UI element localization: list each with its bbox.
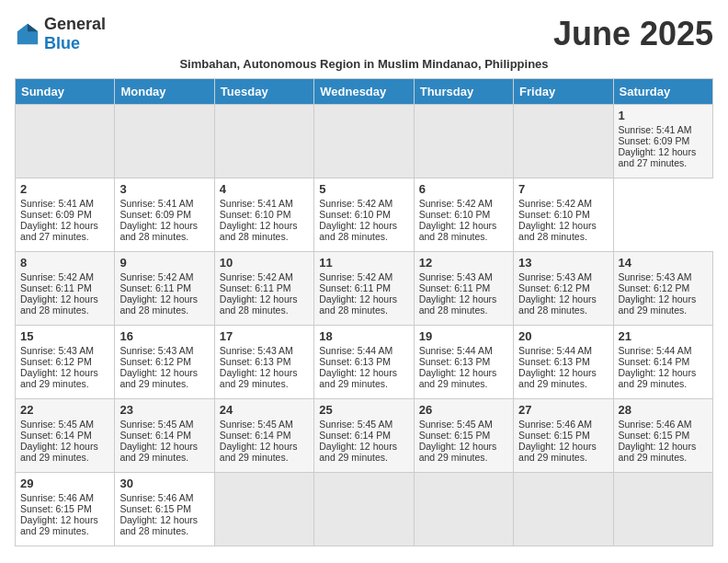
day-header-friday: Friday <box>514 79 613 105</box>
day-header-thursday: Thursday <box>414 79 513 105</box>
calendar-row: 15Sunrise: 5:43 AMSunset: 6:12 PMDayligh… <box>16 326 713 399</box>
calendar-cell: 23Sunrise: 5:45 AMSunset: 6:14 PMDayligh… <box>115 399 214 473</box>
day-number: 2 <box>20 182 109 196</box>
day-number: 18 <box>319 329 408 343</box>
calendar-cell: 14Sunrise: 5:43 AMSunset: 6:12 PMDayligh… <box>613 252 712 326</box>
calendar-cell <box>214 473 313 546</box>
day-number: 16 <box>119 329 209 343</box>
day-number: 9 <box>119 256 209 270</box>
day-number: 30 <box>119 477 209 490</box>
day-number: 26 <box>419 403 508 417</box>
logo-blue: Blue <box>44 34 80 52</box>
calendar-header: SundayMondayTuesdayWednesdayThursdayFrid… <box>16 79 713 105</box>
empty-cell <box>16 105 115 178</box>
day-number: 14 <box>619 256 708 270</box>
day-number: 1 <box>619 109 708 122</box>
day-number: 4 <box>220 182 309 196</box>
calendar-cell: 30Sunrise: 5:46 AMSunset: 6:15 PMDayligh… <box>115 473 214 546</box>
day-number: 12 <box>419 256 508 270</box>
calendar-cell: 19Sunrise: 5:44 AMSunset: 6:13 PMDayligh… <box>414 326 513 399</box>
day-header-monday: Monday <box>115 79 214 105</box>
month-title: June 2025 <box>553 15 713 53</box>
calendar-cell: 1Sunrise: 5:41 AMSunset: 6:09 PMDaylight… <box>613 105 712 178</box>
day-number: 13 <box>518 256 608 270</box>
calendar-cell: 13Sunrise: 5:43 AMSunset: 6:12 PMDayligh… <box>514 252 613 326</box>
calendar-cell: 24Sunrise: 5:45 AMSunset: 6:14 PMDayligh… <box>214 399 313 473</box>
day-header-saturday: Saturday <box>613 79 712 105</box>
day-header-tuesday: Tuesday <box>214 79 313 105</box>
calendar-cell: 22Sunrise: 5:45 AMSunset: 6:14 PMDayligh… <box>16 399 115 473</box>
day-number: 7 <box>518 182 608 196</box>
logo-text: General Blue <box>44 15 106 53</box>
day-number: 28 <box>619 403 708 417</box>
logo-general: General <box>44 15 106 33</box>
calendar-cell <box>314 473 414 546</box>
calendar-cell: 9Sunrise: 5:42 AMSunset: 6:11 PMDaylight… <box>115 252 214 326</box>
day-number: 10 <box>220 256 309 270</box>
calendar-cell: 21Sunrise: 5:44 AMSunset: 6:14 PMDayligh… <box>613 326 712 399</box>
calendar-row: 22Sunrise: 5:45 AMSunset: 6:14 PMDayligh… <box>16 399 713 473</box>
day-number: 5 <box>319 182 408 196</box>
subtitle: Simbahan, Autonomous Region in Muslim Mi… <box>15 57 713 71</box>
logo: General Blue <box>15 15 106 53</box>
empty-cell <box>314 105 414 178</box>
calendar-cell: 15Sunrise: 5:43 AMSunset: 6:12 PMDayligh… <box>16 326 115 399</box>
day-header-wednesday: Wednesday <box>314 79 414 105</box>
calendar-body: 1Sunrise: 5:41 AMSunset: 6:09 PMDaylight… <box>16 105 713 546</box>
calendar-cell: 17Sunrise: 5:43 AMSunset: 6:13 PMDayligh… <box>214 326 313 399</box>
calendar-cell: 7Sunrise: 5:42 AMSunset: 6:10 PMDaylight… <box>514 178 613 252</box>
day-number: 20 <box>518 329 608 343</box>
calendar-cell: 8Sunrise: 5:42 AMSunset: 6:11 PMDaylight… <box>16 252 115 326</box>
day-number: 22 <box>20 403 109 417</box>
calendar-cell: 16Sunrise: 5:43 AMSunset: 6:12 PMDayligh… <box>115 326 214 399</box>
calendar-table: SundayMondayTuesdayWednesdayThursdayFrid… <box>15 78 713 546</box>
day-number: 24 <box>220 403 309 417</box>
calendar-cell <box>514 473 613 546</box>
calendar-cell <box>414 473 513 546</box>
day-number: 8 <box>20 256 109 270</box>
calendar-cell <box>613 473 712 546</box>
empty-cell <box>414 105 513 178</box>
calendar-cell: 27Sunrise: 5:46 AMSunset: 6:15 PMDayligh… <box>514 399 613 473</box>
calendar-cell: 28Sunrise: 5:46 AMSunset: 6:15 PMDayligh… <box>613 399 712 473</box>
header-row: SundayMondayTuesdayWednesdayThursdayFrid… <box>16 79 713 105</box>
day-number: 25 <box>319 403 408 417</box>
empty-cell <box>214 105 313 178</box>
day-header-sunday: Sunday <box>16 79 115 105</box>
calendar-cell: 29Sunrise: 5:46 AMSunset: 6:15 PMDayligh… <box>16 473 115 546</box>
day-number: 15 <box>20 329 109 343</box>
svg-marker-1 <box>28 24 38 31</box>
calendar-cell: 26Sunrise: 5:45 AMSunset: 6:15 PMDayligh… <box>414 399 513 473</box>
day-number: 29 <box>20 477 109 490</box>
day-number: 19 <box>419 329 508 343</box>
day-number: 3 <box>119 182 209 196</box>
calendar-cell: 11Sunrise: 5:42 AMSunset: 6:11 PMDayligh… <box>314 252 414 326</box>
day-number: 21 <box>619 329 708 343</box>
empty-cell <box>514 105 613 178</box>
calendar-cell: 25Sunrise: 5:45 AMSunset: 6:14 PMDayligh… <box>314 399 414 473</box>
calendar-cell: 2Sunrise: 5:41 AMSunset: 6:09 PMDaylight… <box>16 178 115 252</box>
calendar-cell: 18Sunrise: 5:44 AMSunset: 6:13 PMDayligh… <box>314 326 414 399</box>
calendar-row: 29Sunrise: 5:46 AMSunset: 6:15 PMDayligh… <box>16 473 713 546</box>
calendar-cell: 4Sunrise: 5:41 AMSunset: 6:10 PMDaylight… <box>214 178 313 252</box>
day-number: 23 <box>119 403 209 417</box>
logo-icon <box>15 21 40 47</box>
calendar-cell: 12Sunrise: 5:43 AMSunset: 6:11 PMDayligh… <box>414 252 513 326</box>
day-number: 6 <box>419 182 508 196</box>
day-number: 17 <box>220 329 309 343</box>
calendar-row: 2Sunrise: 5:41 AMSunset: 6:09 PMDaylight… <box>16 178 713 252</box>
calendar-cell: 10Sunrise: 5:42 AMSunset: 6:11 PMDayligh… <box>214 252 313 326</box>
calendar-cell: 20Sunrise: 5:44 AMSunset: 6:13 PMDayligh… <box>514 326 613 399</box>
calendar-cell: 5Sunrise: 5:42 AMSunset: 6:10 PMDaylight… <box>314 178 414 252</box>
day-number: 11 <box>319 256 408 270</box>
calendar-cell: 6Sunrise: 5:42 AMSunset: 6:10 PMDaylight… <box>414 178 513 252</box>
header: General Blue June 2025 <box>15 15 713 53</box>
calendar-row: 8Sunrise: 5:42 AMSunset: 6:11 PMDaylight… <box>16 252 713 326</box>
calendar-cell: 3Sunrise: 5:41 AMSunset: 6:09 PMDaylight… <box>115 178 214 252</box>
day-number: 27 <box>518 403 608 417</box>
empty-cell <box>115 105 214 178</box>
calendar-row: 1Sunrise: 5:41 AMSunset: 6:09 PMDaylight… <box>16 105 713 178</box>
